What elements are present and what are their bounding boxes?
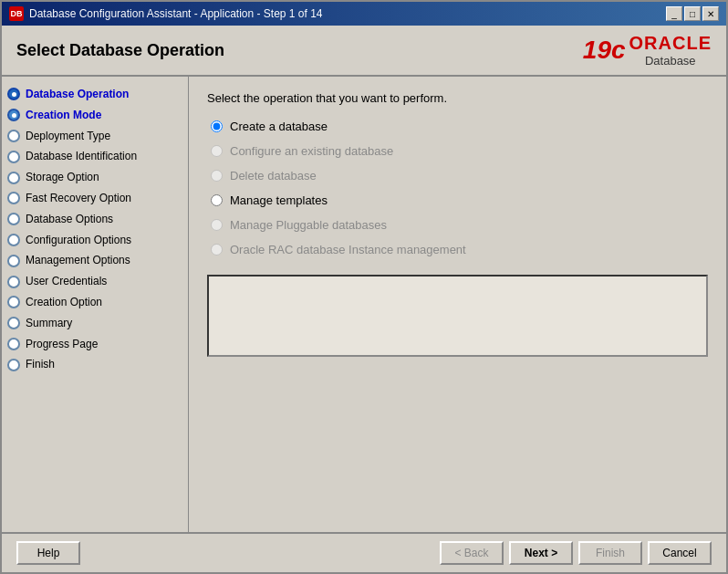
page-title: Select Database Operation [16, 41, 224, 60]
sidebar-item-database-identification[interactable]: Database Identification [2, 146, 188, 167]
title-bar-left: DB Database Configuration Assistant - Ap… [9, 6, 323, 21]
radio-oracle-rac [211, 244, 223, 256]
footer: Help < Back Next > Finish Cancel [2, 532, 726, 572]
sidebar-label-finish: Finish [26, 357, 55, 372]
instruction-text: Select the operation that you want to pe… [207, 91, 708, 105]
app-icon-text: DB [11, 9, 23, 18]
footer-right: < Back Next > Finish Cancel [440, 541, 712, 565]
radio-delete-database [211, 170, 223, 182]
sidebar-item-deployment-type[interactable]: Deployment Type [2, 126, 188, 147]
sidebar-item-creation-option[interactable]: Creation Option [2, 292, 188, 313]
sidebar-item-fast-recovery-option[interactable]: Fast Recovery Option [2, 188, 188, 209]
radio-manage-pluggable [211, 219, 223, 231]
radio-label-create-database: Create a database [230, 120, 328, 133]
radio-item-configure-existing: Configure an existing database [211, 144, 708, 158]
sidebar-label-database-operation: Database Operation [26, 87, 129, 102]
maximize-button[interactable]: □ [684, 6, 701, 21]
sidebar-label-user-credentials: User Credentials [26, 274, 107, 289]
sidebar-dot-storage-option [7, 172, 20, 184]
operation-radio-group: Create a databaseConfigure an existing d… [211, 120, 708, 256]
back-button[interactable]: < Back [440, 541, 504, 565]
sidebar-item-configuration-options[interactable]: Configuration Options [2, 230, 188, 251]
sidebar-dot-progress-page [7, 338, 20, 350]
window-controls: _ □ ✕ [666, 6, 719, 21]
sidebar-item-database-options[interactable]: Database Options [2, 209, 188, 230]
sidebar-dot-user-credentials [7, 276, 20, 288]
oracle-text: ORACLE Database [629, 33, 712, 68]
sidebar-label-creation-option: Creation Option [26, 295, 102, 310]
sidebar-dot-database-options [7, 213, 20, 225]
sidebar-dot-fast-recovery-option [7, 192, 20, 204]
sidebar-label-creation-mode: Creation Mode [26, 108, 101, 123]
radio-create-database[interactable] [211, 120, 223, 132]
sidebar-label-management-options: Management Options [26, 253, 130, 268]
radio-label-manage-pluggable: Manage Pluggable databases [230, 218, 387, 232]
sidebar-label-progress-page: Progress Page [26, 337, 98, 352]
radio-item-create-database[interactable]: Create a database [211, 120, 708, 133]
radio-item-manage-templates[interactable]: Manage templates [211, 193, 708, 207]
oracle-product: Database [645, 54, 696, 68]
app-icon: DB [9, 6, 24, 21]
sidebar-dot-configuration-options [7, 234, 20, 246]
next-button[interactable]: Next > [509, 541, 573, 565]
sidebar-dot-deployment-type [7, 130, 20, 142]
page-header: Select Database Operation 19c ORACLE Dat… [2, 26, 726, 77]
radio-label-delete-database: Delete database [230, 169, 317, 183]
sidebar-label-deployment-type: Deployment Type [26, 129, 110, 144]
sidebar-label-summary: Summary [26, 316, 72, 331]
sidebar-dot-creation-option [7, 296, 20, 308]
sidebar-dot-finish [7, 359, 20, 371]
radio-label-oracle-rac: Oracle RAC database Instance management [230, 243, 466, 256]
sidebar-dot-creation-mode [7, 109, 20, 121]
minimize-button[interactable]: _ [666, 6, 682, 21]
close-button[interactable]: ✕ [702, 6, 719, 21]
content-area: Database OperationCreation ModeDeploymen… [2, 77, 726, 532]
sidebar-item-finish[interactable]: Finish [2, 354, 188, 375]
sidebar-label-storage-option: Storage Option [26, 170, 99, 185]
radio-item-manage-pluggable: Manage Pluggable databases [211, 218, 708, 232]
sidebar-label-configuration-options: Configuration Options [26, 233, 131, 248]
sidebar-item-progress-page[interactable]: Progress Page [2, 334, 188, 355]
cancel-button[interactable]: Cancel [648, 541, 712, 565]
finish-button[interactable]: Finish [578, 541, 642, 565]
sidebar: Database OperationCreation ModeDeploymen… [2, 77, 189, 532]
sidebar-dot-summary [7, 317, 20, 329]
sidebar-label-database-identification: Database Identification [26, 149, 137, 164]
sidebar-item-storage-option[interactable]: Storage Option [2, 167, 188, 188]
radio-manage-templates[interactable] [211, 194, 223, 206]
sidebar-label-database-options: Database Options [26, 212, 113, 227]
radio-configure-existing [211, 145, 223, 157]
sidebar-dot-database-identification [7, 151, 20, 163]
radio-label-configure-existing: Configure an existing database [230, 144, 393, 158]
description-area [207, 275, 708, 357]
main-content: Select the operation that you want to pe… [189, 77, 726, 532]
sidebar-label-fast-recovery-option: Fast Recovery Option [26, 191, 131, 206]
application-window: DB Database Configuration Assistant - Ap… [0, 0, 728, 574]
radio-item-oracle-rac: Oracle RAC database Instance management [211, 243, 708, 256]
sidebar-item-management-options[interactable]: Management Options [2, 250, 188, 271]
sidebar-dot-database-operation [7, 88, 20, 100]
oracle-logo: 19c ORACLE Database [583, 33, 712, 68]
sidebar-item-user-credentials[interactable]: User Credentials [2, 271, 188, 292]
help-button[interactable]: Help [16, 541, 80, 565]
sidebar-item-creation-mode[interactable]: Creation Mode [2, 105, 188, 126]
sidebar-item-summary[interactable]: Summary [2, 313, 188, 334]
sidebar-item-database-operation[interactable]: Database Operation [2, 84, 188, 105]
oracle-brand: ORACLE [629, 33, 712, 54]
title-bar: DB Database Configuration Assistant - Ap… [2, 2, 726, 26]
oracle-version: 19c [583, 36, 626, 65]
sidebar-dot-management-options [7, 255, 20, 267]
radio-label-manage-templates: Manage templates [230, 193, 328, 207]
window-title: Database Configuration Assistant - Appli… [29, 7, 323, 20]
radio-item-delete-database: Delete database [211, 169, 708, 183]
